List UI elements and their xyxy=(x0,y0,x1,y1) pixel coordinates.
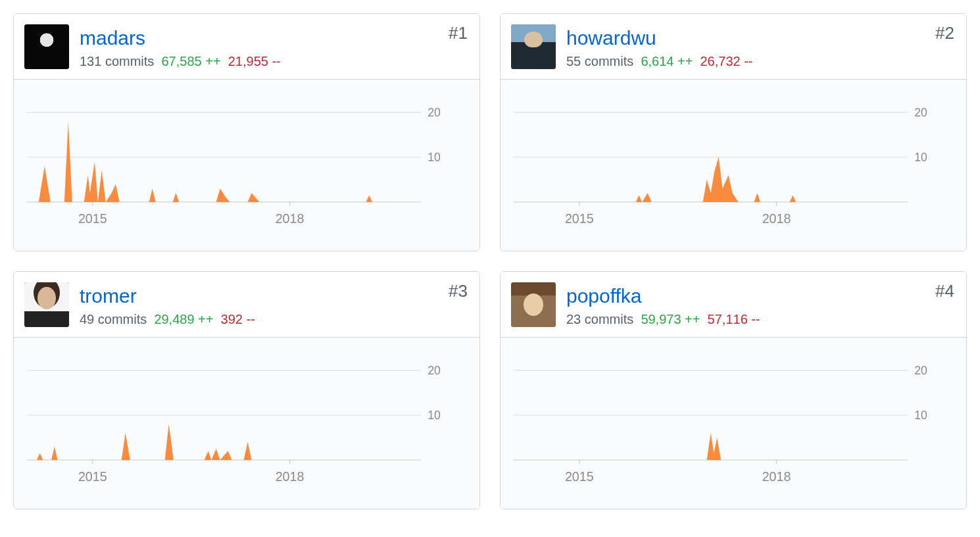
rank-label: #3 xyxy=(449,281,468,301)
card-body: 102020152018 xyxy=(501,338,966,509)
header-text: tromer49 commits 29,489 ++ 392 -- xyxy=(80,282,469,328)
y-tick-label: 10 xyxy=(914,151,927,164)
contributor-card: howardwu55 commits 6,614 ++ 26,732 --#21… xyxy=(500,13,967,251)
activity-area xyxy=(37,424,252,460)
y-tick-label: 10 xyxy=(428,151,441,164)
deletions-count: 57,116 -- xyxy=(708,312,760,326)
deletions-count: 21,955 -- xyxy=(228,54,281,68)
stats-line: 49 commits 29,489 ++ 392 -- xyxy=(80,311,469,328)
activity-area xyxy=(39,121,372,202)
x-tick-label: 2015 xyxy=(565,469,594,484)
additions-count: 59,973 ++ xyxy=(641,312,700,326)
x-tick-label: 2018 xyxy=(762,211,791,226)
header-text: madars131 commits 67,585 ++ 21,955 -- xyxy=(80,24,469,70)
avatar[interactable] xyxy=(511,282,556,327)
y-tick-label: 10 xyxy=(914,409,927,422)
additions-count: 6,614 ++ xyxy=(641,54,693,68)
activity-area xyxy=(707,433,722,460)
card-body: 102020152018 xyxy=(501,80,966,251)
deletions-count: 26,732 -- xyxy=(700,54,752,68)
card-header: madars131 commits 67,585 ++ 21,955 --#1 xyxy=(14,14,479,80)
additions-count: 67,585 ++ xyxy=(162,54,221,68)
username-link[interactable]: howardwu xyxy=(566,27,656,49)
contributor-card: tromer49 commits 29,489 ++ 392 --#310202… xyxy=(13,271,480,509)
y-tick-label: 20 xyxy=(914,363,927,376)
stats-line: 131 commits 67,585 ++ 21,955 -- xyxy=(80,53,469,70)
rank-label: #4 xyxy=(935,281,954,301)
card-body: 102020152018 xyxy=(14,338,479,509)
avatar[interactable] xyxy=(511,24,556,69)
header-text: popoffka23 commits 59,973 ++ 57,116 -- xyxy=(566,282,956,328)
x-tick-label: 2015 xyxy=(565,211,594,226)
y-tick-label: 20 xyxy=(428,105,441,118)
username-link[interactable]: madars xyxy=(80,27,145,49)
stats-line: 55 commits 6,614 ++ 26,732 -- xyxy=(566,53,956,70)
x-tick-label: 2018 xyxy=(276,211,305,226)
card-header: howardwu55 commits 6,614 ++ 26,732 --#2 xyxy=(501,14,966,80)
x-tick-label: 2015 xyxy=(78,469,107,484)
commits-count: 23 commits xyxy=(566,312,633,326)
activity-area xyxy=(636,157,796,202)
username-link[interactable]: popoffka xyxy=(566,285,642,307)
username-link[interactable]: tromer xyxy=(80,285,137,307)
activity-chart: 102020152018 xyxy=(20,90,473,251)
header-text: howardwu55 commits 6,614 ++ 26,732 -- xyxy=(566,24,956,70)
rank-label: #1 xyxy=(449,23,468,43)
rank-label: #2 xyxy=(935,23,954,43)
stats-line: 23 commits 59,973 ++ 57,116 -- xyxy=(566,311,956,328)
additions-count: 29,489 ++ xyxy=(154,312,213,326)
contributor-card: popoffka23 commits 59,973 ++ 57,116 --#4… xyxy=(500,271,967,509)
commits-count: 49 commits xyxy=(80,312,147,326)
card-body: 102020152018 xyxy=(14,80,479,251)
avatar[interactable] xyxy=(24,24,69,69)
commits-count: 131 commits xyxy=(80,54,154,68)
activity-chart: 102020152018 xyxy=(507,348,960,509)
x-tick-label: 2018 xyxy=(762,469,791,484)
card-header: popoffka23 commits 59,973 ++ 57,116 --#4 xyxy=(501,272,966,338)
y-tick-label: 10 xyxy=(428,409,441,422)
contributors-grid: madars131 commits 67,585 ++ 21,955 --#11… xyxy=(13,13,967,509)
activity-chart: 102020152018 xyxy=(20,348,473,509)
commits-count: 55 commits xyxy=(566,54,633,68)
x-tick-label: 2015 xyxy=(78,211,107,226)
deletions-count: 392 -- xyxy=(221,312,255,326)
activity-chart: 102020152018 xyxy=(507,90,960,251)
y-tick-label: 20 xyxy=(914,105,927,118)
x-tick-label: 2018 xyxy=(276,469,305,484)
avatar[interactable] xyxy=(24,282,69,327)
card-header: tromer49 commits 29,489 ++ 392 --#3 xyxy=(14,272,479,338)
y-tick-label: 20 xyxy=(428,363,441,376)
contributor-card: madars131 commits 67,585 ++ 21,955 --#11… xyxy=(13,13,480,251)
